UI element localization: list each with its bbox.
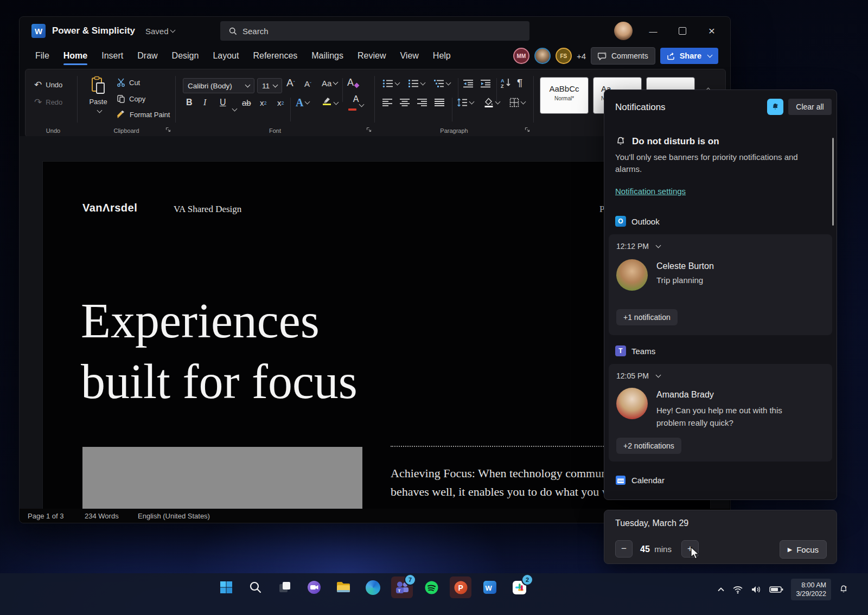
- wifi-icon[interactable]: [732, 585, 743, 594]
- format-painter-button[interactable]: Format Paint: [117, 111, 170, 119]
- chevron-down-icon[interactable]: [232, 106, 238, 112]
- more-notifications-button[interactable]: +1 notification: [616, 309, 678, 325]
- increase-indent-button[interactable]: [480, 79, 491, 88]
- align-center-button[interactable]: [400, 99, 410, 106]
- numbering-button[interactable]: [408, 79, 425, 88]
- shrink-font-button[interactable]: Aˇ: [304, 79, 311, 88]
- more-notifications-button[interactable]: +2 notifications: [616, 438, 681, 454]
- tray-dnd-bell-icon[interactable]: z: [839, 585, 848, 594]
- notification-time[interactable]: 12:12 PM: [616, 242, 660, 251]
- subscript-button[interactable]: x2: [260, 98, 267, 107]
- task-view-button[interactable]: [274, 576, 296, 598]
- tab-view[interactable]: View: [393, 46, 425, 66]
- multilevel-list-button[interactable]: [433, 79, 450, 88]
- shading-button[interactable]: [484, 98, 500, 107]
- search-icon: [249, 581, 262, 594]
- close-button[interactable]: ×: [698, 20, 726, 42]
- undo-button[interactable]: ↶Undo: [34, 79, 62, 91]
- font-color-button[interactable]: A: [348, 95, 363, 113]
- clock-widget[interactable]: 8:00 AM 3/29/2022: [791, 579, 831, 600]
- decrease-duration-button[interactable]: −: [615, 540, 633, 558]
- volume-icon[interactable]: [751, 585, 762, 594]
- font-dialog-launcher-icon[interactable]: [366, 125, 372, 130]
- clear-all-button[interactable]: Clear all: [788, 99, 832, 115]
- chat-button[interactable]: [303, 576, 325, 598]
- image-placeholder[interactable]: [82, 447, 362, 509]
- tab-layout[interactable]: Layout: [206, 46, 246, 66]
- panel-scrollbar[interactable]: [832, 138, 834, 226]
- redo-button[interactable]: ↷Redo: [34, 97, 62, 108]
- collab-avatar-photo[interactable]: [534, 48, 551, 64]
- taskbar-search-button[interactable]: [245, 576, 266, 598]
- tab-insert[interactable]: Insert: [94, 46, 130, 66]
- save-status[interactable]: Saved: [145, 27, 175, 36]
- battery-icon[interactable]: [769, 586, 783, 593]
- tab-references[interactable]: References: [246, 46, 304, 66]
- user-avatar[interactable]: [614, 22, 633, 40]
- tab-mailings[interactable]: Mailings: [304, 46, 350, 66]
- clipboard-dialog-launcher-icon[interactable]: [165, 125, 171, 130]
- underline-button[interactable]: U: [220, 98, 226, 107]
- text-effects-button[interactable]: A: [296, 97, 309, 109]
- maximize-button[interactable]: [668, 20, 697, 42]
- share-button[interactable]: Share: [660, 48, 718, 64]
- tab-design[interactable]: Design: [165, 46, 206, 66]
- cut-button[interactable]: Cut: [117, 78, 140, 87]
- justify-button[interactable]: [435, 99, 444, 106]
- pilcrow-button[interactable]: ¶: [517, 77, 522, 89]
- spotify-button[interactable]: [420, 576, 442, 598]
- decrease-indent-button[interactable]: [463, 79, 474, 88]
- bullets-button[interactable]: [382, 79, 399, 88]
- tab-home[interactable]: Home: [56, 46, 94, 66]
- font-name-select[interactable]: Calibri (Body): [183, 78, 254, 93]
- slack-button[interactable]: 2: [508, 576, 530, 598]
- line-spacing-button[interactable]: [457, 98, 474, 107]
- teams-notification-card[interactable]: 12:05 PM Amanda Brady Hey! Can you help …: [609, 364, 832, 462]
- superscript-button[interactable]: x2: [277, 98, 284, 107]
- search-input[interactable]: Search: [220, 21, 529, 41]
- page-indicator[interactable]: Page 1 of 3: [28, 512, 64, 520]
- borders-button[interactable]: [509, 98, 525, 107]
- file-explorer-button[interactable]: [333, 576, 354, 598]
- word-taskbar-button[interactable]: W: [479, 576, 501, 598]
- tab-review[interactable]: Review: [350, 46, 393, 66]
- word-count[interactable]: 234 Words: [85, 512, 119, 520]
- align-right-button[interactable]: [417, 99, 427, 106]
- outlook-group-header[interactable]: O Outlook: [615, 216, 660, 227]
- minimize-button[interactable]: —: [639, 20, 667, 42]
- start-button[interactable]: [215, 576, 237, 598]
- tab-draw[interactable]: Draw: [130, 46, 164, 66]
- tab-file[interactable]: File: [28, 46, 56, 66]
- teams-taskbar-button[interactable]: T 7: [391, 576, 413, 598]
- change-case-button[interactable]: Aa: [322, 79, 337, 88]
- notification-settings-link[interactable]: Notification settings: [615, 187, 686, 196]
- language-indicator[interactable]: English (United States): [138, 512, 210, 520]
- clear-formatting-button[interactable]: A: [347, 77, 359, 88]
- notification-time[interactable]: 12:05 PM: [616, 371, 660, 380]
- outlook-notification-card[interactable]: 12:12 PM Celeste Burton Trip planning +1…: [609, 234, 832, 335]
- italic-button[interactable]: I: [203, 98, 206, 107]
- calendar-group-header[interactable]: Calendar: [615, 475, 665, 485]
- bold-button[interactable]: B: [186, 98, 193, 107]
- style-card-normal[interactable]: AaBbCc Normal*: [540, 77, 589, 114]
- collab-avatar-mm[interactable]: MM: [513, 48, 529, 64]
- strikethrough-button[interactable]: ab: [242, 98, 251, 107]
- edge-button[interactable]: [362, 576, 384, 598]
- collab-avatar-fs[interactable]: FS: [556, 48, 572, 64]
- grow-font-button[interactable]: Aˆ: [286, 77, 295, 89]
- paragraph-dialog-launcher-icon[interactable]: [525, 125, 530, 130]
- align-left-button[interactable]: [382, 99, 392, 106]
- paste-button[interactable]: Paste: [83, 76, 113, 116]
- sort-button[interactable]: AZ: [501, 78, 513, 88]
- tray-chevron-icon[interactable]: [717, 587, 725, 592]
- tab-help[interactable]: Help: [426, 46, 458, 66]
- font-size-select[interactable]: 11: [257, 78, 282, 93]
- focus-start-button[interactable]: ▶ Focus: [780, 540, 827, 559]
- copy-button[interactable]: Copy: [117, 94, 145, 103]
- highlight-button[interactable]: [322, 97, 338, 107]
- do-not-disturb-toggle[interactable]: z: [767, 99, 783, 115]
- comments-button[interactable]: Comments: [591, 47, 655, 65]
- collab-more-count[interactable]: +4: [577, 52, 586, 61]
- powerpoint-button[interactable]: P: [450, 576, 471, 598]
- teams-group-header[interactable]: T Teams: [615, 345, 655, 356]
